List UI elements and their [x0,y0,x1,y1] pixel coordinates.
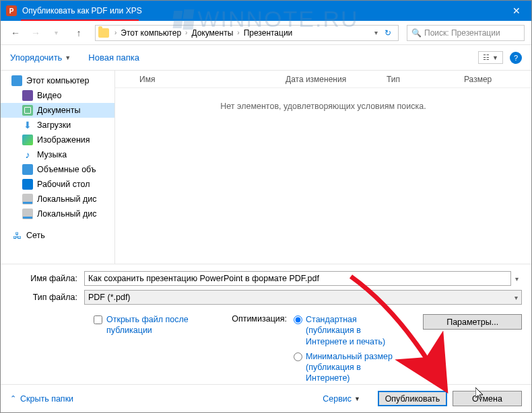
parameters-button[interactable]: Параметры... [423,314,522,330]
sidebar-item-video[interactable]: Видео [1,88,114,103]
sidebar-item-images[interactable]: Изображения [1,133,114,147]
window-title: Опубликовать как PDF или XPS [22,6,501,15]
empty-message: Нет элементов, удовлетворяющих условиям … [115,88,531,111]
downloads-icon: ⬇ [22,120,33,130]
main-area: Этот компьютер Видео Документы ⬇Загрузки… [1,71,531,264]
sidebar-item-documents[interactable]: Документы [1,103,114,118]
history-dropdown[interactable]: ▾ [48,25,64,41]
col-size[interactable]: Размер [459,75,512,84]
filename-dropdown[interactable]: ▾ [511,275,522,283]
col-date[interactable]: Дата изменения [280,75,381,84]
filetype-select[interactable]: PDF (*.pdf) ▾ [84,290,522,305]
bottom-panel: Имя файла: ▾ Тип файла: PDF (*.pdf) ▾ От… [1,264,531,389]
breadcrumb[interactable]: Этот компьютер [119,28,182,38]
sidebar-item-disk1[interactable]: Локальный дис [1,192,114,206]
hide-folders-button[interactable]: ⌃ Скрыть папки [10,394,73,404]
footer: ⌃ Скрыть папки Сервис ▼ Опубликовать Отм… [1,384,531,412]
desktop-icon [22,179,33,190]
view-menu[interactable]: ☷ ▼ [478,51,503,64]
sidebar-item-music[interactable]: ♪Музыка [1,147,114,162]
disk-icon [22,209,33,219]
chevron-right-icon: › [234,29,242,36]
sidebar: Этот компьютер Видео Документы ⬇Загрузки… [1,71,115,264]
sidebar-item-network[interactable]: 🖧Сеть [1,228,114,243]
documents-icon [22,105,33,116]
col-name[interactable]: Имя [115,75,280,84]
network-icon: 🖧 [11,230,22,241]
filename-input[interactable] [84,271,511,286]
folder-icon [98,28,109,38]
breadcrumb[interactable]: Документы [190,28,234,38]
disk-icon [22,194,33,204]
images-icon [22,135,33,145]
back-button[interactable]: ← [7,25,24,41]
service-menu[interactable]: Сервис ▼ [323,394,360,404]
app-icon: P [6,5,17,16]
organize-menu[interactable]: Упорядочить ▼ [10,52,71,63]
toolbar: Упорядочить ▼ Новая папка ☷ ▼ ? [1,45,531,71]
help-button[interactable]: ? [510,52,522,64]
publish-button[interactable]: Опубликовать [378,391,447,406]
address-bar[interactable]: › Этот компьютер › Документы › Презентац… [95,25,399,41]
pc-icon [11,75,22,86]
sidebar-item-desktop[interactable]: Рабочий стол [1,177,114,192]
open-after-checkbox[interactable]: Открыть файл после публикации [94,314,205,384]
radio-minimal[interactable]: Минимальный размер (публикация в Интерне… [294,351,396,384]
refresh-button[interactable]: ↻ [380,28,395,38]
titlebar: P Опубликовать как PDF или XPS ✕ [1,1,531,21]
address-dropdown[interactable]: ▾ [372,29,380,36]
search-input[interactable]: 🔍 Поиск: Презентации [407,25,525,41]
chevron-right-icon: › [182,29,190,36]
cancel-button[interactable]: Отмена [453,391,522,406]
radio-standard[interactable]: Стандартная (публикация в Интернете и пе… [294,314,396,347]
sidebar-item-disk2[interactable]: Локальный дис [1,206,114,221]
chevron-up-icon: ⌃ [10,394,16,403]
navbar: ← → ▾ ↑ › Этот компьютер › Документы › П… [1,21,531,45]
forward-button[interactable]: → [28,25,44,41]
filetype-label: Тип файла: [10,293,84,302]
sidebar-item-this-pc[interactable]: Этот компьютер [1,73,114,88]
optimization-label: Оптимизация: [232,314,287,384]
search-icon: 🔍 [411,28,422,38]
close-button[interactable]: ✕ [501,1,531,21]
video-icon [22,90,33,101]
title-underline [21,20,139,21]
filename-label: Имя файла: [10,274,84,283]
sidebar-item-3d[interactable]: Объемные объ [1,162,114,177]
sidebar-item-downloads[interactable]: ⬇Загрузки [1,118,114,133]
column-headers: Имя Дата изменения Тип Размер [115,71,531,88]
col-type[interactable]: Тип [381,75,459,84]
breadcrumb[interactable]: Презентации [242,28,294,38]
file-list: Имя Дата изменения Тип Размер Нет элемен… [115,71,531,264]
chevron-right-icon: › [112,29,119,36]
up-button[interactable]: ↑ [71,25,87,41]
objects3d-icon [22,164,33,175]
new-folder-button[interactable]: Новая папка [88,52,139,63]
music-icon: ♪ [22,149,33,160]
